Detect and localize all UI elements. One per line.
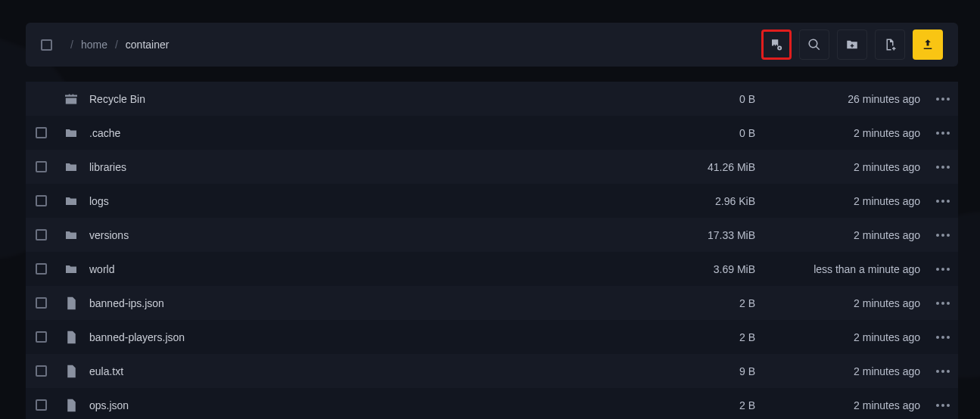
file-icon	[66, 331, 77, 344]
row-checkbox[interactable]	[36, 399, 47, 411]
row-date: 2 minutes ago	[761, 365, 928, 377]
row-size: 3.69 MiB	[648, 263, 761, 275]
header-bar: / home / container	[26, 23, 958, 67]
row-menu-button[interactable]	[936, 404, 950, 407]
row-name[interactable]: banned-ips.json	[86, 297, 648, 309]
row-icon-cell	[56, 296, 86, 310]
row-menu-button[interactable]	[936, 200, 950, 203]
row-actions	[928, 336, 958, 339]
folder-plus-icon	[845, 38, 859, 51]
row-menu-button[interactable]	[936, 98, 950, 101]
row-checkbox-cell	[26, 127, 56, 138]
file-row[interactable]: eula.txt9 B2 minutes ago	[26, 354, 958, 388]
row-icon-cell	[56, 365, 86, 378]
row-checkbox[interactable]	[36, 229, 47, 241]
new-folder-button[interactable]	[837, 29, 867, 60]
row-size: 17.33 MiB	[648, 229, 761, 241]
row-icon-cell	[56, 196, 86, 206]
file-list: Recycle Bin0 B26 minutes ago.cache0 B2 m…	[26, 82, 958, 419]
file-row[interactable]: .cache0 B2 minutes ago	[26, 116, 958, 150]
select-all-checkbox[interactable]	[41, 39, 52, 51]
row-checkbox-cell	[26, 195, 56, 206]
row-menu-button[interactable]	[936, 370, 950, 373]
row-menu-button[interactable]	[936, 234, 950, 237]
row-name[interactable]: libraries	[86, 161, 648, 173]
row-menu-button[interactable]	[936, 268, 950, 271]
file-row[interactable]: logs2.96 KiB2 minutes ago	[26, 184, 958, 218]
row-actions	[928, 234, 958, 237]
row-date: 26 minutes ago	[761, 93, 928, 105]
folder-icon	[64, 264, 78, 275]
row-icon-cell	[56, 230, 86, 241]
row-date: less than a minute ago	[761, 263, 928, 275]
file-icon	[66, 365, 77, 378]
search-button[interactable]	[799, 29, 829, 60]
toolbar	[761, 29, 943, 60]
row-checkbox[interactable]	[36, 263, 47, 275]
row-name[interactable]: versions	[86, 229, 648, 241]
row-icon-cell	[56, 331, 86, 344]
row-size: 0 B	[648, 93, 761, 105]
row-menu-button[interactable]	[936, 132, 950, 135]
row-date: 2 minutes ago	[761, 229, 928, 241]
slash-icon: /	[115, 39, 118, 51]
row-name[interactable]: Recycle Bin	[86, 93, 648, 105]
row-icon-cell	[56, 162, 86, 172]
row-menu-button[interactable]	[936, 302, 950, 305]
row-checkbox[interactable]	[36, 331, 47, 343]
file-row[interactable]: versions17.33 MiB2 minutes ago	[26, 218, 958, 252]
row-size: 2.96 KiB	[648, 195, 761, 207]
row-checkbox-cell	[26, 161, 56, 172]
row-date: 2 minutes ago	[761, 195, 928, 207]
row-name[interactable]: logs	[86, 195, 648, 207]
folder-icon	[64, 196, 78, 206]
row-date: 2 minutes ago	[761, 127, 928, 139]
row-actions	[928, 302, 958, 305]
row-checkbox[interactable]	[36, 127, 47, 138]
row-name[interactable]: ops.json	[86, 399, 648, 411]
upload-button[interactable]	[913, 29, 943, 60]
row-icon-cell	[56, 264, 86, 275]
file-row[interactable]: banned-ips.json2 B2 minutes ago	[26, 286, 958, 320]
row-icon-cell	[56, 93, 86, 105]
breadcrumb: / home / container	[41, 39, 169, 51]
row-name[interactable]: .cache	[86, 127, 648, 139]
row-menu-button[interactable]	[936, 336, 950, 339]
row-actions	[928, 200, 958, 203]
file-row[interactable]: world3.69 MiBless than a minute ago	[26, 252, 958, 286]
row-size: 0 B	[648, 127, 761, 139]
row-actions	[928, 268, 958, 271]
row-date: 2 minutes ago	[761, 399, 928, 411]
archive-button[interactable]	[761, 29, 792, 60]
row-menu-button[interactable]	[936, 166, 950, 169]
row-checkbox[interactable]	[36, 161, 47, 172]
row-actions	[928, 404, 958, 407]
breadcrumb-current[interactable]: container	[126, 39, 170, 51]
search-icon	[807, 38, 821, 51]
row-checkbox-cell	[26, 93, 56, 104]
row-checkbox[interactable]	[36, 365, 47, 377]
folder-icon	[64, 230, 78, 241]
row-icon-cell	[56, 128, 86, 138]
folder-icon	[64, 162, 78, 172]
row-checkbox[interactable]	[36, 195, 47, 206]
new-file-button[interactable]	[875, 29, 905, 60]
row-name[interactable]: world	[86, 263, 648, 275]
building-gear-icon	[770, 38, 783, 51]
file-icon	[66, 399, 77, 412]
row-size: 2 B	[648, 331, 761, 343]
file-plus-icon	[883, 38, 897, 51]
row-size: 2 B	[648, 399, 761, 411]
file-row[interactable]: ops.json2 B2 minutes ago	[26, 388, 958, 419]
upload-icon	[921, 38, 935, 51]
file-row[interactable]: Recycle Bin0 B26 minutes ago	[26, 82, 958, 116]
row-name[interactable]: eula.txt	[86, 365, 648, 377]
row-actions	[928, 132, 958, 135]
file-row[interactable]: libraries41.26 MiB2 minutes ago	[26, 150, 958, 184]
file-row[interactable]: banned-players.json2 B2 minutes ago	[26, 320, 958, 354]
breadcrumb-home[interactable]: home	[81, 39, 107, 51]
row-checkbox[interactable]	[36, 297, 47, 309]
row-checkbox-cell	[26, 297, 56, 309]
row-name[interactable]: banned-players.json	[86, 331, 648, 343]
folder-icon	[64, 128, 78, 138]
